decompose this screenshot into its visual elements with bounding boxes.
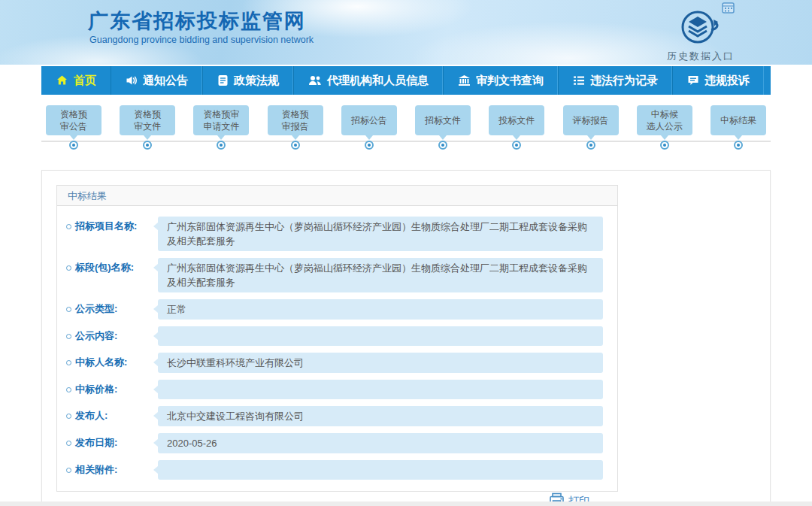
field-row-publisher: 发布人: 北京中交建设工程咨询有限公司: [66, 406, 603, 426]
field-row-publicity-content: 公示内容:: [66, 326, 603, 346]
step-bid-document[interactable]: 投标文件: [484, 105, 549, 150]
field-value: 北京中交建设工程咨询有限公司: [158, 406, 603, 426]
document-icon: [217, 74, 229, 86]
step-evaluation-report[interactable]: 评标报告: [559, 105, 623, 150]
step-dot: [365, 141, 374, 150]
bullet-icon: [66, 387, 71, 392]
speaker-icon: [126, 74, 138, 86]
bullet-icon: [66, 307, 71, 312]
nav-item-violations[interactable]: 违法行为记录: [558, 66, 672, 95]
step-prequal-announcement[interactable]: 资格预 审公告: [41, 105, 106, 150]
nav-item-policies[interactable]: 政策法规: [202, 66, 293, 95]
field-value: [158, 326, 603, 346]
step-prequal-document[interactable]: 资格预 审文件: [115, 105, 180, 150]
page-bottom-strip: [0, 501, 812, 506]
field-row-winning-price: 中标价格:: [66, 380, 603, 399]
step-dot: [438, 141, 447, 150]
chat-icon: [687, 74, 699, 86]
list-icon: [573, 74, 585, 86]
field-row-section-name: 标段(包)名称: 广州东部固体资源再生中心（萝岗福山循环经济产业园）生物质综合处…: [66, 258, 603, 292]
nav-item-judgments[interactable]: 审判文书查询: [443, 66, 558, 95]
field-value: 广州东部固体资源再生中心（萝岗福山循环经济产业园）生物质综合处理厂二期工程成套设…: [158, 258, 603, 292]
people-icon: [308, 74, 322, 86]
field-row-winner-name: 中标人名称: 长沙中联重科环境产业有限公司: [66, 353, 603, 373]
site-title: 广东省招标投标监管网: [88, 8, 306, 35]
award-result-panel: 中标结果 招标项目名称: 广州东部固体资源再生中心（萝岗福山循环经济产业园）生物…: [56, 185, 618, 492]
history-data-entry[interactable]: 历史数据入口: [659, 9, 742, 63]
step-dot: [734, 141, 743, 150]
bullet-icon: [66, 414, 71, 419]
field-value: 2020-05-26: [158, 433, 603, 453]
history-data-logo-icon: [678, 35, 723, 47]
main-navbar: 首页 通知公告 政策法规: [41, 66, 771, 95]
history-data-label: 历史数据入口: [659, 50, 742, 63]
bullet-icon: [66, 334, 71, 339]
site-subtitle: Guangdong province bidding and supervisi…: [89, 35, 314, 45]
nav-item-home[interactable]: 首页: [41, 66, 111, 95]
field-row-attachments: 相关附件:: [66, 460, 603, 480]
step-dot: [217, 141, 226, 150]
step-dot: [291, 141, 300, 150]
step-prequal-report[interactable]: 资格预 审报告: [263, 105, 328, 150]
step-dot: [660, 141, 669, 150]
field-value: 正常: [158, 299, 603, 320]
field-value: [158, 460, 603, 480]
site-header: 广东省招标投标监管网 Guangdong province bidding an…: [0, 0, 812, 65]
bullet-icon: [66, 468, 71, 473]
bullet-icon: [66, 360, 71, 365]
field-value: [158, 380, 603, 399]
step-dot: [586, 141, 595, 150]
step-tender-announcement[interactable]: 招标公告: [337, 105, 401, 150]
field-value: 长沙中联重科环境产业有限公司: [158, 353, 603, 373]
content-container: 中标结果 招标项目名称: 广州东部固体资源再生中心（萝岗福山循环经济产业园）生物…: [41, 170, 771, 504]
step-prequal-application[interactable]: 资格预审 申请文件: [189, 105, 253, 150]
bank-icon: [458, 74, 471, 86]
step-tender-document[interactable]: 招标文件: [411, 105, 475, 150]
step-candidate-publicity[interactable]: 中标候 选人公示: [632, 105, 697, 150]
nav-item-complaints[interactable]: 违规投诉: [672, 66, 764, 95]
field-row-publicity-type: 公示类型: 正常: [66, 299, 603, 320]
field-value: 广州东部固体资源再生中心（萝岗福山循环经济产业园）生物质综合处理厂二期工程成套设…: [158, 217, 603, 251]
field-row-project-name: 招标项目名称: 广州东部固体资源再生中心（萝岗福山循环经济产业园）生物质综合处理…: [66, 217, 603, 251]
bullet-icon: [66, 265, 71, 271]
step-dot: [69, 141, 78, 150]
process-steps: 资格预 审公告 资格预 审文件 资格预审 申请文件 资格预 审报告 招标公告 招…: [41, 95, 771, 153]
step-dot: [512, 141, 521, 150]
panel-title: 中标结果: [57, 186, 617, 206]
step-dot: [143, 141, 152, 150]
step-award-result[interactable]: 中标结果: [706, 105, 771, 150]
nav-item-agencies[interactable]: 代理机构和人员信息: [293, 66, 443, 95]
home-icon: [56, 74, 68, 86]
bullet-icon: [66, 224, 71, 229]
bullet-icon: [66, 441, 71, 446]
field-row-publish-date: 发布日期: 2020-05-26: [66, 433, 603, 453]
nav-item-notices[interactable]: 通知公告: [111, 66, 202, 95]
